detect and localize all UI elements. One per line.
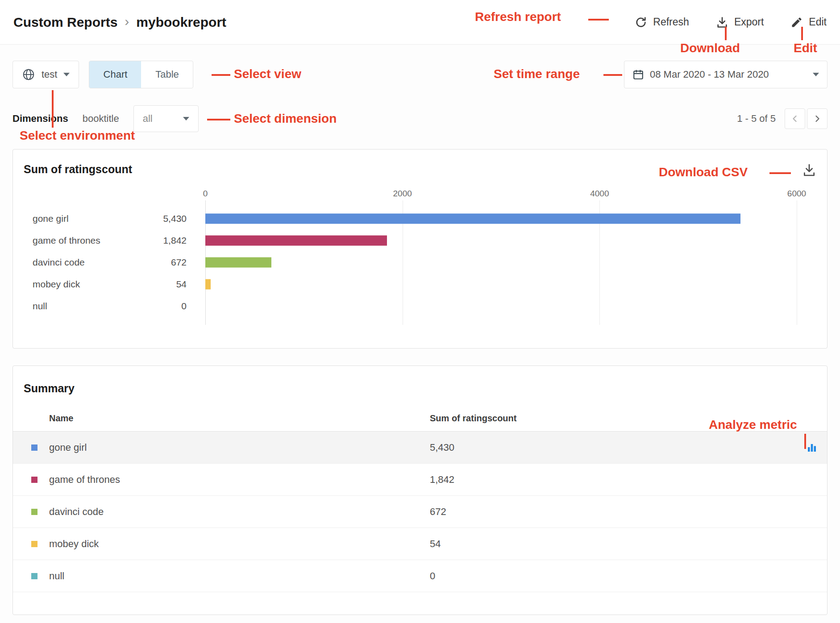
download-csv-icon	[802, 163, 816, 177]
row-value: 672	[430, 506, 795, 518]
bar-track	[205, 295, 797, 317]
breadcrumb: Custom Reports › mybookreport	[13, 15, 226, 30]
axis-tick-label: 4000	[590, 189, 609, 199]
export-button[interactable]: Export	[716, 16, 764, 29]
dimension-value-select[interactable]: all	[133, 105, 199, 132]
series-color-swatch	[31, 541, 37, 547]
series-color-swatch	[31, 509, 37, 515]
summary-rows: gone girl5,430game of thrones1,842davinc…	[13, 432, 827, 592]
pagination-prev-button[interactable]	[785, 108, 805, 129]
bar-value-label: 54	[176, 279, 187, 290]
chart-title: Sum of ratingscount	[24, 163, 132, 176]
date-range-picker[interactable]: 08 Mar 2020 - 13 Mar 2020	[624, 61, 828, 88]
row-name: null	[49, 570, 64, 582]
table-header: Name Sum of ratingscount	[13, 406, 827, 432]
axis-tick-label: 0	[203, 189, 208, 199]
bar[interactable]	[205, 279, 211, 289]
export-label: Export	[734, 16, 764, 28]
bar-track	[205, 273, 797, 295]
series-color-swatch	[31, 444, 37, 451]
caret-down-icon	[183, 117, 189, 120]
bar-category-label: gone girl	[33, 213, 69, 224]
globe-icon	[22, 68, 35, 81]
refresh-button[interactable]: Refresh	[635, 16, 689, 29]
chevron-right-icon: ›	[125, 14, 129, 29]
view-toggle: Chart Table	[89, 61, 193, 88]
caret-down-icon	[813, 73, 819, 76]
calendar-icon	[632, 69, 644, 80]
tab-table[interactable]: Table	[141, 61, 193, 88]
table-row[interactable]: mobey dick54	[13, 528, 827, 560]
row-name: game of thrones	[49, 474, 120, 486]
analyze-metric-icon[interactable]	[807, 442, 817, 453]
bar-category-label: mobey dick	[33, 279, 80, 290]
summary-title: Summary	[13, 366, 827, 395]
row-value: 5,430	[430, 442, 795, 453]
table-row[interactable]: game of thrones1,842	[13, 464, 827, 496]
bar[interactable]	[205, 213, 740, 224]
bar-value-label: 1,842	[163, 235, 187, 246]
column-header-value: Sum of ratingscount	[430, 413, 827, 424]
axis-tick-label: 2000	[393, 189, 412, 199]
bar-value-label: 672	[171, 257, 187, 268]
bar-value-label: 0	[181, 301, 187, 312]
dimensions-row: Dimensions booktitle all 1 - 5 of 5	[0, 105, 840, 132]
bar-value-label: 5,430	[163, 213, 187, 224]
row-value: 54	[430, 538, 795, 550]
row-name: gone girl	[49, 442, 87, 453]
chart-row: mobey dick54	[24, 273, 816, 295]
edit-label: Edit	[809, 16, 827, 28]
pagination-next-button[interactable]	[807, 108, 828, 129]
download-csv-button[interactable]	[802, 163, 816, 177]
environment-value: test	[42, 69, 57, 80]
series-color-swatch	[31, 573, 37, 579]
row-name: davinci code	[49, 506, 104, 518]
chart-card: Sum of ratingscount 0200040006000 gone g…	[12, 149, 828, 349]
refresh-icon	[635, 16, 647, 29]
bar-category-label: game of thrones	[33, 235, 100, 246]
chart-row: davinci code672	[24, 251, 816, 273]
chart-row: null0	[24, 295, 816, 317]
edit-pencil-icon	[790, 16, 803, 29]
header-actions: Refresh Export Edit	[635, 16, 827, 29]
tab-chart[interactable]: Chart	[89, 61, 141, 88]
caret-down-icon	[63, 73, 70, 76]
edit-button[interactable]: Edit	[790, 16, 827, 29]
pagination: 1 - 5 of 5	[737, 108, 828, 129]
chart-plot-area: gone girl5,430game of thrones1,842davinc…	[24, 202, 816, 325]
bar-category-label: davinci code	[33, 257, 85, 268]
refresh-label: Refresh	[653, 16, 689, 28]
table-row[interactable]: gone girl5,430	[13, 432, 827, 464]
dimension-name: booktitle	[83, 113, 119, 125]
chevron-right-icon	[812, 113, 823, 124]
bar[interactable]	[205, 257, 271, 267]
bar-track	[205, 229, 797, 251]
toolbar: test Chart Table 08 Mar 2020 - 13 Mar 20…	[0, 61, 840, 88]
table-row[interactable]: null0	[13, 560, 827, 592]
table-row[interactable]: davinci code672	[13, 496, 827, 528]
row-value: 0	[430, 570, 795, 582]
chart-rows: gone girl5,430game of thrones1,842davinc…	[24, 208, 816, 317]
row-value: 1,842	[430, 474, 795, 486]
breadcrumb-report-name: mybookreport	[136, 15, 226, 30]
row-name: mobey dick	[49, 538, 99, 550]
axis-tick-label: 6000	[787, 189, 806, 199]
chart-row: gone girl5,430	[24, 208, 816, 229]
chevron-left-icon	[790, 113, 800, 124]
bar-track	[205, 251, 797, 273]
row-actions	[795, 442, 827, 453]
summary-card: Summary Name Sum of ratingscount gone gi…	[12, 365, 828, 615]
breadcrumb-root[interactable]: Custom Reports	[13, 15, 117, 30]
bar[interactable]	[205, 235, 387, 245]
column-header-name: Name	[31, 413, 430, 424]
chart-row: game of thrones1,842	[24, 229, 816, 251]
date-range-value: 08 Mar 2020 - 13 Mar 2020	[650, 69, 769, 80]
environment-select[interactable]: test	[12, 61, 79, 88]
dimensions-label: Dimensions	[12, 113, 68, 125]
pagination-range: 1 - 5 of 5	[737, 113, 776, 125]
app-header: Custom Reports › mybookreport Refresh Ex…	[0, 0, 840, 45]
series-color-swatch	[31, 477, 37, 483]
bar-category-label: null	[33, 301, 47, 312]
bar-track	[205, 208, 797, 229]
export-download-icon	[716, 16, 728, 29]
